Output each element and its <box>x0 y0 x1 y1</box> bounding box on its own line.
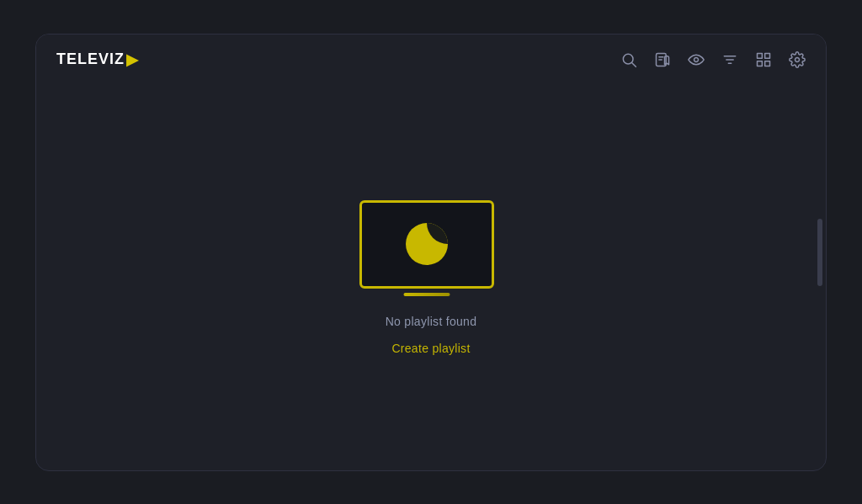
svg-rect-10 <box>765 61 770 66</box>
scrollbar[interactable] <box>817 219 822 286</box>
logo-text: TELEVIZ <box>56 50 125 68</box>
app-window: TELEVIZ▶ <box>35 34 827 471</box>
header-icons <box>620 51 806 68</box>
logo: TELEVIZ▶ <box>56 50 138 69</box>
svg-point-11 <box>795 57 800 61</box>
no-playlist-text: No playlist found <box>386 315 477 328</box>
play-icon <box>406 223 448 265</box>
eye-icon[interactable] <box>688 51 705 68</box>
settings-icon[interactable] <box>789 51 806 68</box>
logo-arrow: ▶ <box>126 50 138 69</box>
svg-line-1 <box>632 62 636 66</box>
header: TELEVIZ▶ <box>36 34 826 85</box>
create-playlist-link[interactable]: Create playlist <box>391 342 470 355</box>
svg-rect-7 <box>758 53 763 58</box>
playlist-icon[interactable] <box>654 51 671 68</box>
svg-rect-8 <box>765 53 770 58</box>
tv-illustration <box>359 200 503 301</box>
search-icon[interactable] <box>620 51 637 68</box>
main-content: No playlist found Create playlist <box>36 85 826 470</box>
svg-rect-9 <box>758 61 763 66</box>
grid-icon[interactable] <box>755 51 772 68</box>
svg-point-3 <box>694 57 699 61</box>
tv-screen <box>359 200 494 289</box>
filter-icon[interactable] <box>721 51 738 68</box>
